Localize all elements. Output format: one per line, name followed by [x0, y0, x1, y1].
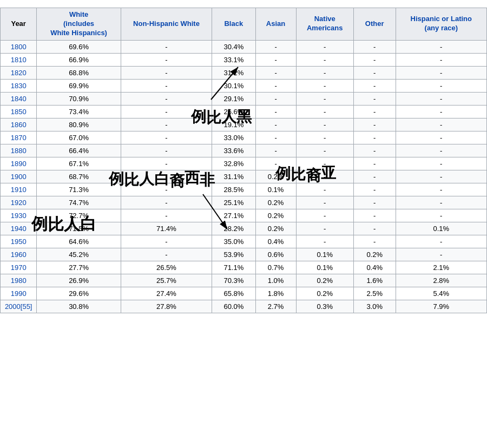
cell-year: 1960: [1, 248, 37, 261]
cell-white: 72.7%: [37, 209, 121, 222]
cell-hisp: -: [396, 170, 486, 183]
cell-native: -: [296, 131, 353, 144]
cell-nonhisp: -: [121, 131, 212, 144]
cell-year: 1910: [1, 183, 37, 196]
cell-other: -: [353, 196, 396, 209]
cell-white: 27.7%: [37, 261, 121, 274]
cell-other: -: [353, 235, 396, 248]
cell-black: 60.0%: [212, 300, 255, 313]
cell-nonhisp: -: [121, 183, 212, 196]
cell-black: 70.3%: [212, 274, 255, 287]
cell-black: 31.2%: [212, 66, 255, 79]
cell-native: -: [296, 222, 353, 235]
cell-white: 66.4%: [37, 144, 121, 157]
cell-year: 1860: [1, 118, 37, 131]
cell-nonhisp: -: [121, 92, 212, 105]
cell-hisp: -: [396, 131, 486, 144]
cell-hisp: -: [396, 183, 486, 196]
cell-native: -: [296, 53, 353, 66]
cell-asian: 0.6%: [255, 248, 296, 261]
cell-white: 30.8%: [37, 300, 121, 313]
cell-white: 64.6%: [37, 235, 121, 248]
cell-other: -: [353, 144, 396, 157]
cell-other: -: [353, 209, 396, 222]
cell-hisp: -: [396, 105, 486, 118]
cell-asian: 0.2%: [255, 170, 296, 183]
cell-asian: 0.2%: [255, 196, 296, 209]
cell-asian: 1.8%: [255, 287, 296, 300]
cell-year: 1810: [1, 53, 37, 66]
cell-black: 32.8%: [212, 157, 255, 170]
cell-nonhisp: -: [121, 144, 212, 157]
cell-asian: -: [255, 157, 296, 170]
table-row: 190068.7%-31.1%0.2%---: [1, 170, 487, 183]
cell-asian: -: [255, 53, 296, 66]
cell-white: 70.9%: [37, 92, 121, 105]
cell-nonhisp: -: [121, 170, 212, 183]
cell-native: 0.3%: [296, 300, 353, 313]
cell-asian: -: [255, 79, 296, 92]
ethnic-makeup-table: YearWhite(includesWhite Hispanics)Non-Hi…: [0, 8, 487, 313]
cell-hisp: -: [396, 209, 486, 222]
cell-native: 0.1%: [296, 261, 353, 274]
cell-white: 80.9%: [37, 118, 121, 131]
cell-black: 29.1%: [212, 92, 255, 105]
cell-asian: 0.1%: [255, 183, 296, 196]
cell-asian: -: [255, 66, 296, 79]
cell-asian: 0.4%: [255, 235, 296, 248]
cell-black: 31.1%: [212, 170, 255, 183]
cell-asian: 0.2%: [255, 209, 296, 222]
cell-nonhisp: -: [121, 40, 212, 53]
cell-other: -: [353, 131, 396, 144]
cell-nonhisp: -: [121, 118, 212, 131]
cell-white: 29.6%: [37, 287, 121, 300]
cell-nonhisp: 27.4%: [121, 287, 212, 300]
table-row: 184070.9%-29.1%----: [1, 92, 487, 105]
cell-white: 71.3%: [37, 183, 121, 196]
cell-black: 33.0%: [212, 131, 255, 144]
cell-other: -: [353, 92, 396, 105]
cell-black: 28.5%: [212, 183, 255, 196]
cell-other: -: [353, 118, 396, 131]
cell-asian: -: [255, 40, 296, 53]
cell-native: 0.2%: [296, 287, 353, 300]
cell-nonhisp: -: [121, 157, 212, 170]
cell-native: 0.2%: [296, 274, 353, 287]
cell-white: 71.5%: [37, 222, 121, 235]
cell-hisp: -: [396, 53, 486, 66]
cell-nonhisp: -: [121, 105, 212, 118]
cell-nonhisp: -: [121, 235, 212, 248]
cell-other: 1.6%: [353, 274, 396, 287]
cell-native: -: [296, 92, 353, 105]
page-title: [0, 0, 487, 8]
col-header-asian: Asian: [255, 8, 296, 41]
cell-year: 1930: [1, 209, 37, 222]
table-row: 193072.7%-27.1%0.2%---: [1, 209, 487, 222]
cell-native: -: [296, 118, 353, 131]
cell-white: 26.9%: [37, 274, 121, 287]
cell-white: 68.8%: [37, 66, 121, 79]
cell-year: 1800: [1, 40, 37, 53]
cell-year: 1920: [1, 196, 37, 209]
cell-native: -: [296, 209, 353, 222]
cell-hisp: -: [396, 248, 486, 261]
cell-year: 2000[55]: [1, 300, 37, 313]
cell-black: 65.8%: [212, 287, 255, 300]
cell-year: 1900: [1, 170, 37, 183]
cell-asian: 1.0%: [255, 274, 296, 287]
cell-hisp: -: [396, 144, 486, 157]
cell-asian: 0.2%: [255, 222, 296, 235]
cell-other: -: [353, 53, 396, 66]
table-row: 2000[55]30.8%27.8%60.0%2.7%0.3%3.0%7.9%: [1, 300, 487, 313]
cell-black: 71.1%: [212, 261, 255, 274]
cell-other: -: [353, 79, 396, 92]
cell-white: 45.2%: [37, 248, 121, 261]
cell-year: 1980: [1, 274, 37, 287]
cell-year: 1990: [1, 287, 37, 300]
table-row: 198026.9%25.7%70.3%1.0%0.2%1.6%2.8%: [1, 274, 487, 287]
cell-native: -: [296, 79, 353, 92]
cell-nonhisp: -: [121, 66, 212, 79]
col-header-white: White(includesWhite Hispanics): [37, 8, 121, 41]
cell-hisp: -: [396, 79, 486, 92]
col-header-black: Black: [212, 8, 255, 41]
